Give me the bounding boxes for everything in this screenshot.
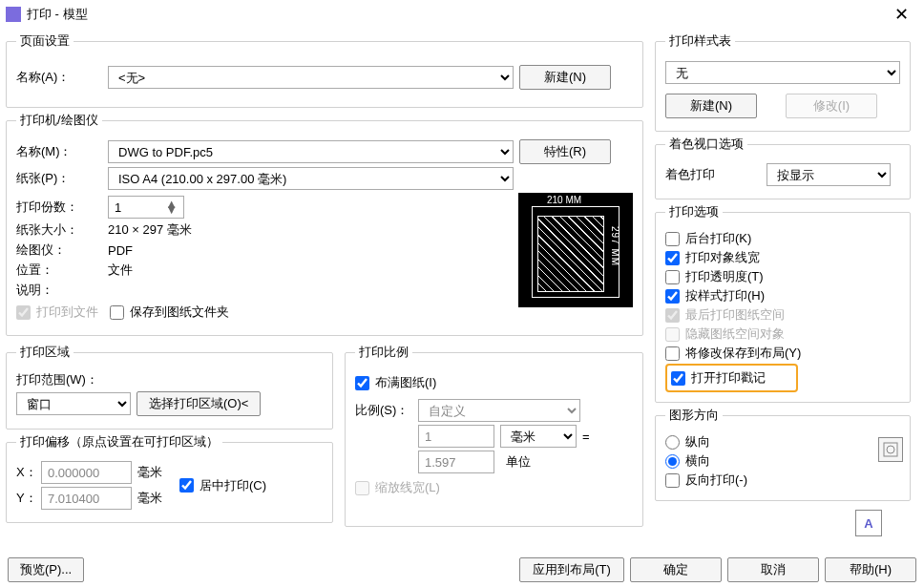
style-table-modify-button: 修改(I) xyxy=(786,94,877,118)
plot-area-legend: 打印区域 xyxy=(16,344,74,361)
offset-x-unit: 毫米 xyxy=(137,464,162,481)
orientation-preview-icon: A xyxy=(855,510,882,536)
app-icon xyxy=(6,7,21,22)
plot-offset-legend: 打印偏移（原点设置在可打印区域） xyxy=(16,433,222,451)
print-to-file-checkbox: 打印到文件 xyxy=(16,304,98,321)
preview-top-label: 210 MM xyxy=(518,195,610,205)
select-plot-area-button[interactable]: 选择打印区域(O)< xyxy=(136,391,261,416)
plot-option-4: 最后打印图纸空间 xyxy=(665,306,900,324)
plotter-value: PDF xyxy=(108,243,133,258)
plot-scale-legend: 打印比例 xyxy=(355,344,412,361)
plot-option-5: 隐藏图纸空间对象 xyxy=(665,325,900,343)
page-setup-name-label: 名称(A)： xyxy=(16,69,102,86)
scale-unit2-input[interactable] xyxy=(418,451,494,473)
svg-point-1 xyxy=(887,446,894,453)
location-value: 文件 xyxy=(108,262,133,279)
plot-options-group: 打印选项 后台打印(K)打印对象线宽打印透明度(T)按样式打印(H)最后打印图纸… xyxy=(655,203,911,403)
plot-option-0[interactable]: 后台打印(K) xyxy=(665,230,900,247)
copies-stepper[interactable]: 1 ▲▼ xyxy=(108,196,184,219)
plot-option-2[interactable]: 打印透明度(T) xyxy=(665,268,900,285)
ok-button[interactable]: 确定 xyxy=(630,557,722,582)
orientation-group: 图形方向 纵向 横向 反向打印(-) xyxy=(655,407,911,501)
scale-select[interactable]: 自定义 xyxy=(418,399,580,422)
scale-unit2-label: 单位 xyxy=(506,453,531,471)
orientation-reverse-checkbox[interactable]: 反向打印(-) xyxy=(665,472,900,489)
plot-options-legend: 打印选项 xyxy=(665,203,723,220)
paper-size-label: 纸张大小： xyxy=(16,221,102,239)
close-icon[interactable]: ✕ xyxy=(885,4,918,25)
svg-rect-0 xyxy=(884,443,897,456)
orientation-portrait-radio[interactable]: 纵向 xyxy=(665,433,900,451)
printer-group: 打印机/绘图仪 名称(M)： DWG to PDF.pc5 特性(R) 纸张(P… xyxy=(6,112,643,336)
title-bar: 打印 - 模型 ✕ xyxy=(0,0,924,29)
shade-plot-select[interactable]: 按显示 xyxy=(766,163,891,186)
page-setup-new-button[interactable]: 新建(N) xyxy=(519,65,611,90)
plot-option-7[interactable]: 打开打印戳记 xyxy=(671,369,766,387)
printer-name-label: 名称(M)： xyxy=(16,143,102,160)
plot-range-select[interactable]: 窗口 xyxy=(16,392,131,415)
paper-size-value: 210 × 297 毫米 xyxy=(108,221,192,239)
stamp-icon xyxy=(883,442,898,457)
fit-to-paper-checkbox[interactable]: 布满图纸(I) xyxy=(355,374,633,391)
preview-button[interactable]: 预览(P)... xyxy=(8,557,84,582)
plot-style-table-group: 打印样式表 无 新建(N) 修改(I) xyxy=(655,32,911,132)
plot-stamp-highlight: 打开打印戳记 xyxy=(665,364,798,392)
plot-option-6[interactable]: 将修改保存到布局(Y) xyxy=(665,345,900,362)
offset-y-label: Y： xyxy=(16,490,35,507)
scale-equals: = xyxy=(582,430,590,444)
footer-bar: 预览(P)... 应用到布局(T) 确定 取消 帮助(H) xyxy=(0,557,924,582)
plot-option-3[interactable]: 按样式打印(H) xyxy=(665,287,900,304)
center-plot-checkbox[interactable]: 居中打印(C) xyxy=(179,477,266,494)
plot-offset-group: 打印偏移（原点设置在可打印区域） X： 毫米 Y： 毫米 xyxy=(6,433,333,523)
plotter-label: 绘图仪： xyxy=(16,241,102,259)
scale-unit1-select[interactable]: 毫米 xyxy=(500,425,577,448)
plot-scale-group: 打印比例 布满图纸(I) 比例(S)： 自定义 毫米 xyxy=(345,344,643,527)
paper-preview: 210 MM 297 MM xyxy=(518,193,633,307)
offset-y-input[interactable] xyxy=(41,487,132,510)
cancel-button[interactable]: 取消 xyxy=(727,557,819,582)
style-table-new-button[interactable]: 新建(N) xyxy=(665,94,757,118)
plot-area-group: 打印区域 打印范围(W)： 窗口 选择打印区域(O)< xyxy=(6,344,333,430)
plot-style-table-select[interactable]: 无 xyxy=(665,61,900,84)
orientation-landscape-radio[interactable]: 横向 xyxy=(665,452,900,470)
location-label: 位置： xyxy=(16,262,102,279)
plot-range-label: 打印范围(W)： xyxy=(16,371,98,388)
scale-label: 比例(S)： xyxy=(355,402,412,419)
printer-legend: 打印机/绘图仪 xyxy=(16,112,102,129)
window-title: 打印 - 模型 xyxy=(27,6,885,23)
apply-to-layout-button[interactable]: 应用到布局(T) xyxy=(519,557,624,582)
offset-x-input[interactable] xyxy=(41,461,132,484)
copies-label: 打印份数： xyxy=(16,199,102,216)
plot-style-table-legend: 打印样式表 xyxy=(665,32,735,50)
offset-x-label: X： xyxy=(16,464,35,481)
description-label: 说明： xyxy=(16,282,102,299)
plot-option-1[interactable]: 打印对象线宽 xyxy=(665,249,900,266)
paper-select[interactable]: ISO A4 (210.00 x 297.00 毫米) xyxy=(108,167,514,190)
paper-label: 纸张(P)： xyxy=(16,170,102,187)
shaded-viewport-legend: 着色视口选项 xyxy=(665,136,747,153)
help-button[interactable]: 帮助(H) xyxy=(825,557,916,582)
scale-lineweights-checkbox: 缩放线宽(L) xyxy=(355,479,633,496)
page-setup-name-select[interactable]: <无> xyxy=(108,66,514,89)
offset-y-unit: 毫米 xyxy=(137,490,162,507)
save-to-folder-checkbox[interactable]: 保存到图纸文件夹 xyxy=(110,304,229,321)
shade-plot-label: 着色打印 xyxy=(665,166,761,183)
printer-props-button[interactable]: 特性(R) xyxy=(519,139,611,164)
shaded-viewport-group: 着色视口选项 着色打印 按显示 xyxy=(655,136,911,199)
page-setup-legend: 页面设置 xyxy=(16,32,74,50)
scale-unit1-input[interactable] xyxy=(418,425,494,448)
printer-name-select[interactable]: DWG to PDF.pc5 xyxy=(108,140,514,163)
page-setup-group: 页面设置 名称(A)： <无> 新建(N) xyxy=(6,32,643,108)
plot-stamp-settings-icon[interactable] xyxy=(878,437,903,462)
orientation-legend: 图形方向 xyxy=(665,407,723,424)
